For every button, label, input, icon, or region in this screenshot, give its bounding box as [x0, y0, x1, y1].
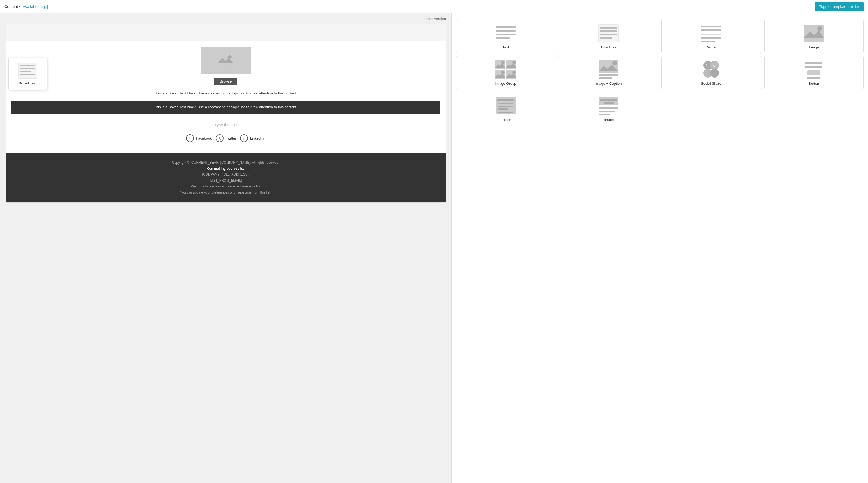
svg-point-30 [512, 61, 516, 64]
divider-block-label: Divider [706, 45, 717, 49]
boxed-text-dark: This is a Boxed Text block. Use a contra… [11, 101, 440, 114]
template-block-image-group[interactable]: Image Group [456, 56, 555, 89]
twitter-label: Twitter [226, 136, 236, 140]
popup-label: Boxed Text [13, 81, 42, 85]
template-block-image-caption[interactable]: Image + Caption [559, 56, 658, 89]
footer-address: [COMPANY_FULL_ADDRESS], [17, 172, 435, 178]
email-body: Browse This is a Boxed Text block. Use a… [6, 41, 445, 153]
online-version-label: online version [424, 17, 446, 21]
svg-rect-49 [805, 62, 822, 64]
template-block-social-share[interactable]: f 𝕏 in Social Share [661, 56, 761, 89]
footer-email: [LIST_FROM_EMAIL] [17, 178, 435, 184]
footer-block-icon [495, 96, 517, 115]
image-group-block-icon [495, 60, 517, 79]
svg-rect-4 [20, 65, 35, 66]
svg-rect-18 [701, 29, 721, 31]
svg-point-24 [817, 26, 823, 31]
svg-rect-60 [600, 99, 617, 101]
svg-rect-21 [701, 41, 715, 42]
text-block-label: Text [502, 45, 509, 49]
template-block-footer[interactable]: Footer [456, 92, 555, 125]
image-block-icon [803, 24, 825, 43]
social-share-block-icon: f 𝕏 in [700, 60, 722, 79]
browse-button[interactable]: Browse [214, 78, 237, 85]
svg-text:in: in [713, 72, 716, 76]
left-panel: online version Browse This is a Boxed Te… [0, 13, 452, 483]
svg-text:f: f [706, 63, 707, 68]
available-tags-link[interactable]: [Available tags] [22, 4, 48, 9]
svg-text:𝕏: 𝕏 [713, 64, 715, 67]
footer-mailing-label: Our mailing address is: [207, 167, 244, 171]
template-grid: Text Boxed Text [456, 18, 864, 128]
svg-rect-7 [20, 74, 35, 75]
svg-point-33 [501, 70, 504, 74]
boxed-text-block-icon [597, 24, 620, 43]
image-placeholder-icon [217, 53, 234, 67]
svg-rect-61 [603, 102, 614, 104]
boxed-text-popup-icon [18, 62, 37, 79]
social-share-block-label: Social Share [701, 81, 721, 86]
toggle-template-builder-button[interactable]: Toggle template builder [815, 2, 864, 11]
template-block-divider[interactable]: Divider [661, 20, 761, 53]
svg-rect-64 [598, 114, 610, 115]
content-text: Content * [4, 4, 21, 9]
type-text-placeholder: Type the text [11, 123, 440, 127]
popup-icon [18, 62, 37, 79]
svg-rect-14 [600, 30, 617, 32]
social-bar: f Facebook 𝕏 Twitter in LinkedIn [11, 132, 440, 148]
svg-rect-0 [218, 54, 234, 65]
footer-unsubscribe-text: You can update your preferences or unsub… [17, 190, 435, 196]
svg-point-2 [228, 55, 231, 59]
linkedin-icon: in [240, 134, 248, 142]
boxed-text-block-label: Boxed Text [600, 45, 617, 49]
content-label: Content * [Available tags] [4, 4, 48, 9]
svg-rect-11 [496, 37, 509, 39]
template-block-image[interactable]: Image [764, 20, 864, 53]
twitter-icon: 𝕏 [216, 134, 223, 142]
svg-point-39 [612, 61, 617, 65]
svg-rect-62 [598, 107, 619, 109]
svg-rect-17 [701, 26, 721, 27]
svg-rect-63 [598, 111, 615, 112]
email-container: Browse This is a Boxed Text block. Use a… [5, 24, 446, 203]
svg-rect-13 [600, 27, 617, 29]
template-block-button[interactable]: Button [764, 56, 864, 89]
svg-rect-15 [600, 33, 617, 35]
divider-line [11, 118, 440, 118]
divider-block-icon [700, 24, 722, 43]
footer-block-label: Footer [501, 118, 511, 122]
footer-copyright: Copyright © [CURRENT_YEAR] [COMPANY_NAME… [17, 160, 435, 166]
top-bar: Content * [Available tags] Toggle templa… [0, 0, 868, 13]
svg-rect-40 [598, 74, 619, 76]
image-group-block-label: Image Group [495, 81, 516, 86]
floating-popup: Boxed Text [8, 58, 47, 90]
online-version-bar: online version [0, 13, 452, 24]
template-block-text[interactable]: Text [456, 20, 555, 53]
button-block-label: Button [809, 81, 819, 86]
template-block-header[interactable]: Header [559, 92, 658, 125]
image-caption-block-icon [597, 60, 620, 79]
template-block-boxed-text[interactable]: Boxed Text [559, 20, 658, 53]
image-caption-block-label: Image + Caption [595, 81, 622, 86]
svg-rect-9 [496, 30, 516, 32]
svg-rect-58 [498, 112, 513, 113]
svg-rect-57 [498, 108, 508, 110]
main-layout: online version Browse This is a Boxed Te… [0, 13, 868, 483]
header-block-label: Header [602, 118, 614, 122]
svg-point-36 [512, 70, 516, 74]
svg-rect-55 [498, 103, 513, 104]
svg-rect-20 [701, 37, 721, 39]
header-block-icon [597, 96, 620, 115]
svg-rect-8 [496, 26, 516, 28]
button-block-icon [803, 60, 825, 79]
svg-rect-52 [807, 77, 820, 79]
image-block-label: Image [809, 45, 819, 49]
facebook-icon: f [186, 134, 194, 142]
svg-rect-5 [20, 68, 35, 69]
text-block-icon [495, 24, 517, 43]
svg-rect-56 [498, 106, 513, 107]
svg-point-27 [501, 61, 504, 64]
svg-rect-51 [807, 70, 820, 75]
boxed-text-normal: This is a Boxed Text block. Use a contra… [11, 90, 440, 96]
svg-rect-54 [497, 100, 514, 101]
